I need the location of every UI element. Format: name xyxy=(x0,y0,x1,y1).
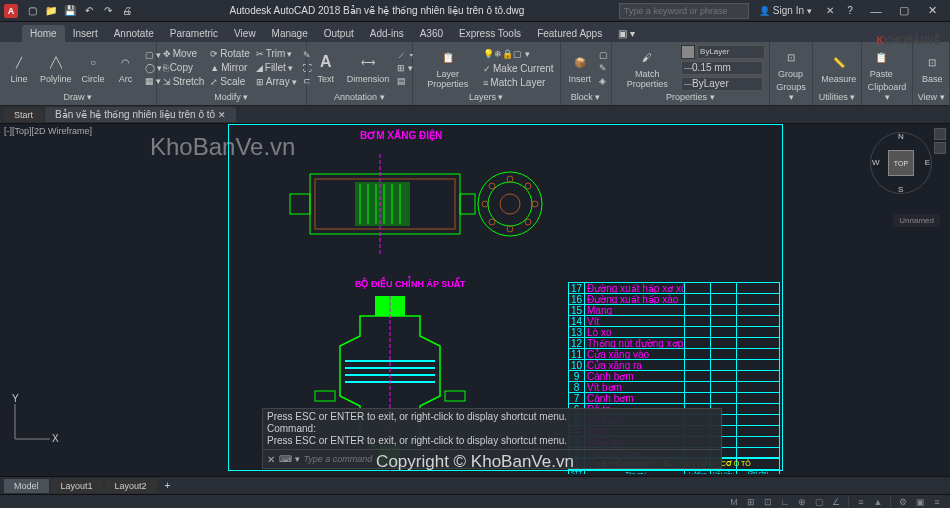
anno-icon[interactable]: ▲ xyxy=(871,496,885,508)
tab-a360[interactable]: A360 xyxy=(412,25,451,42)
panel-draw-label[interactable]: Draw ▾ xyxy=(4,91,152,103)
panel-groups-label[interactable]: Groups ▾ xyxy=(774,81,808,103)
linetype-dropdown[interactable]: — ByLayer xyxy=(681,77,763,91)
panel-modify: ✥ Move ⎘ Copy ⇲ Stretch ⟳ Rotate ▲ Mirro… xyxy=(157,42,307,105)
close-button[interactable]: ✕ xyxy=(918,1,946,21)
otrack-icon[interactable]: ∠ xyxy=(829,496,843,508)
polyline-button[interactable]: ╱╲Polyline xyxy=(36,49,76,86)
array-button[interactable]: ⊞ Array ▾ xyxy=(254,75,299,88)
cmd-close-icon[interactable]: ✕ xyxy=(267,454,275,465)
drawing-canvas[interactable]: [-][Top][2D Wireframe] TOP N S E W Unnam… xyxy=(0,124,950,474)
help-icon[interactable]: ? xyxy=(842,3,858,19)
tab-annotate[interactable]: Annotate xyxy=(106,25,162,42)
tab-home[interactable]: Home xyxy=(22,25,65,42)
svg-rect-10 xyxy=(460,194,475,214)
paste-button[interactable]: 📋Paste xyxy=(866,44,897,81)
base-button[interactable]: ⊡Base xyxy=(917,49,947,86)
tab-start[interactable]: Start xyxy=(4,108,43,122)
arc-button[interactable]: ◠Arc xyxy=(111,49,141,86)
color-swatch[interactable] xyxy=(681,45,695,59)
nav-square-icon[interactable] xyxy=(934,142,946,154)
trim-button[interactable]: ✂ Trim ▾ xyxy=(254,47,299,60)
panel-layers-label[interactable]: Layers ▾ xyxy=(417,91,556,103)
panel-view: ⊡Base View ▾ xyxy=(913,42,950,105)
ortho-icon[interactable]: ∟ xyxy=(778,496,792,508)
app-icon[interactable]: A xyxy=(4,4,18,18)
ucs-icon[interactable]: X Y xyxy=(10,394,60,444)
panel-block-label[interactable]: Block ▾ xyxy=(565,91,607,103)
model-status-icon[interactable]: M xyxy=(727,496,741,508)
panel-properties-label[interactable]: Properties ▾ xyxy=(616,91,765,103)
signin-button[interactable]: 👤 Sign In ▾ xyxy=(753,5,818,16)
open-icon[interactable]: 📁 xyxy=(43,3,59,19)
dimension-button[interactable]: ⟷Dimension xyxy=(343,49,394,86)
custom-icon[interactable]: ≡ xyxy=(930,496,944,508)
viewcube[interactable]: TOP N S E W xyxy=(870,132,932,194)
mirror-button[interactable]: ▲ Mirror xyxy=(208,61,251,74)
lineweight-dropdown[interactable]: — 0.15 mm xyxy=(681,61,763,75)
color-dropdown[interactable]: ByLayer xyxy=(697,45,765,59)
layout-2[interactable]: Layout2 xyxy=(105,479,157,493)
panel-view-label[interactable]: View ▾ xyxy=(917,91,945,103)
tab-output[interactable]: Output xyxy=(316,25,362,42)
snap-icon[interactable]: ⊡ xyxy=(761,496,775,508)
layer-dd[interactable]: 💡❄🔒▢ ▾ xyxy=(481,48,532,60)
tab-addins[interactable]: Add-ins xyxy=(362,25,412,42)
new-icon[interactable]: ▢ xyxy=(24,3,40,19)
tab-featuredapps[interactable]: Featured Apps xyxy=(529,25,610,42)
osnap-icon[interactable]: ▢ xyxy=(812,496,826,508)
tab-view[interactable]: View xyxy=(226,25,264,42)
scale-button[interactable]: ⤢ Scale xyxy=(208,75,251,88)
tab-options-icon[interactable]: ▣ ▾ xyxy=(610,25,643,42)
nav-bar xyxy=(934,128,946,154)
grid-icon[interactable]: ⊞ xyxy=(744,496,758,508)
pump-drawing xyxy=(280,144,560,274)
tab-file1[interactable]: Bản vẽ hệ thống nhiên liệu trên ô tô ✕ xyxy=(45,107,236,122)
matchprops-button[interactable]: 🖌Match Properties xyxy=(616,44,679,91)
layout-1[interactable]: Layout1 xyxy=(51,479,103,493)
maximize-button[interactable]: ▢ xyxy=(890,1,918,21)
create-icon[interactable]: ▢ xyxy=(597,49,610,61)
group-button[interactable]: ⊡Group xyxy=(774,44,807,81)
viewcube-face[interactable]: TOP xyxy=(888,150,914,176)
matchlayer-button[interactable]: ≡ Match Layer xyxy=(481,76,556,89)
lweight-icon[interactable]: ≡ xyxy=(854,496,868,508)
measure-button[interactable]: 📏Measure xyxy=(817,49,860,86)
makecurrent-button[interactable]: ✓ Make Current xyxy=(481,62,556,75)
minimize-button[interactable]: — xyxy=(862,1,890,21)
workspace-icon[interactable]: ⚙ xyxy=(896,496,910,508)
undo-icon[interactable]: ↶ xyxy=(81,3,97,19)
layerprops-button[interactable]: 📋Layer Properties xyxy=(417,44,479,91)
save-icon[interactable]: 💾 xyxy=(62,3,78,19)
panel-modify-label[interactable]: Modify ▾ xyxy=(161,91,302,103)
text-button[interactable]: AText xyxy=(311,49,341,86)
polar-icon[interactable]: ⊕ xyxy=(795,496,809,508)
edit-icon[interactable]: ✎ xyxy=(597,62,610,74)
move-button[interactable]: ✥ Move xyxy=(161,47,207,60)
circle-button[interactable]: ○Circle xyxy=(78,49,109,86)
viewport-label[interactable]: [-][Top][2D Wireframe] xyxy=(4,126,92,136)
attr-icon[interactable]: ◈ xyxy=(597,75,610,87)
stretch-button[interactable]: ⇲ Stretch xyxy=(161,75,207,88)
search-input[interactable] xyxy=(619,3,749,19)
tab-parametric[interactable]: Parametric xyxy=(162,25,226,42)
insert-button[interactable]: 📦Insert xyxy=(565,49,596,86)
rotate-button[interactable]: ⟳ Rotate xyxy=(208,47,251,60)
view-unnamed[interactable]: Unnamed xyxy=(893,214,940,227)
panel-annotation-label[interactable]: Annotation ▾ xyxy=(311,91,408,103)
tab-insert[interactable]: Insert xyxy=(65,25,106,42)
tab-manage[interactable]: Manage xyxy=(264,25,316,42)
clean-icon[interactable]: ▣ xyxy=(913,496,927,508)
print-icon[interactable]: 🖨 xyxy=(119,3,135,19)
nav-minus-icon[interactable] xyxy=(934,128,946,140)
tab-expresstools[interactable]: Express Tools xyxy=(451,25,529,42)
line-button[interactable]: ╱Line xyxy=(4,49,34,86)
exchange-icon[interactable]: ✕ xyxy=(822,3,838,19)
layout-model[interactable]: Model xyxy=(4,479,49,493)
fillet-button[interactable]: ◢ Fillet ▾ xyxy=(254,61,299,74)
copy-button[interactable]: ⎘ Copy xyxy=(161,61,207,74)
panel-clipboard-label[interactable]: Clipboard ▾ xyxy=(866,81,908,103)
redo-icon[interactable]: ↷ xyxy=(100,3,116,19)
panel-utilities-label[interactable]: Utilities ▾ xyxy=(817,91,857,103)
layout-add-icon[interactable]: + xyxy=(159,478,177,493)
